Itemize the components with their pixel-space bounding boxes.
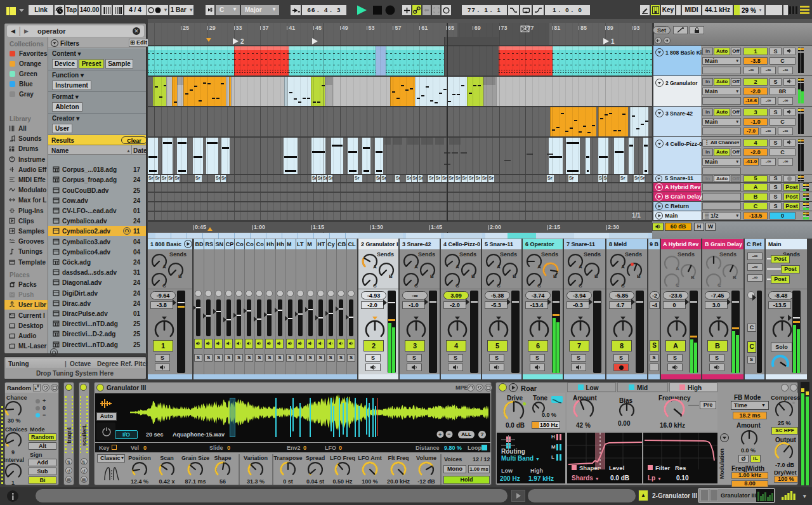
svg-text:−: −: [447, 431, 450, 437]
svg-text:1: 1: [611, 38, 615, 45]
svg-text:+: +: [438, 431, 442, 438]
svg-text:2: 2: [240, 38, 244, 45]
